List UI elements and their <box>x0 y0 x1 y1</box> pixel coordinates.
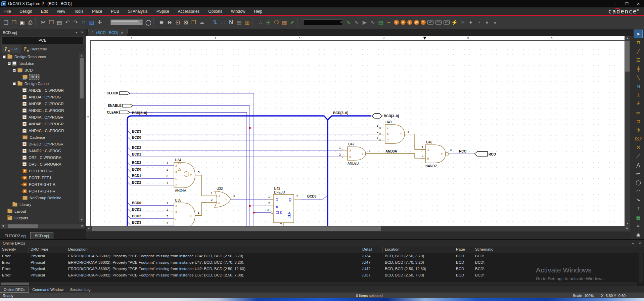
toolbar-icon[interactable]: ⊕ <box>157 18 166 27</box>
tree-item[interactable]: OR3 : C:\PROGRA <box>1 161 79 168</box>
panel-collapse-icon[interactable]: ▾ <box>76 31 78 34</box>
drc-error-row[interactable]: Error Physical ERROR(ORCAP-36002): Prope… <box>0 272 644 279</box>
tree-item[interactable]: PORTLEFT-L <box>1 174 79 181</box>
toolbar-icon[interactable]: ⌗ <box>80 18 88 27</box>
toolbar-icon[interactable]: ≣ <box>459 18 467 27</box>
drc-close-icon[interactable]: ✕ <box>639 242 641 245</box>
tree-item[interactable]: BCD <box>1 67 79 74</box>
tree-item[interactable]: BCD <box>1 74 79 80</box>
toolbar-icon[interactable]: ❒ <box>10 18 18 27</box>
toolbar-icon[interactable]: PD <box>443 18 451 27</box>
draw-tool-icon[interactable]: ⌗ <box>634 222 643 230</box>
toolbar-icon[interactable]: ∷ <box>219 18 227 27</box>
canvas-scroll-right-icon[interactable]: ► <box>626 226 629 230</box>
menu-item[interactable]: PCB <box>106 7 124 15</box>
tree-item[interactable]: PORTBOTH-L <box>1 168 79 174</box>
toolbar-icon[interactable]: ∿ <box>353 18 361 27</box>
menu-item[interactable]: Options <box>204 7 226 15</box>
tree-item[interactable]: AND3B : C:\PROGR <box>1 100 79 107</box>
draw-tool-icon[interactable]: ⊐ <box>634 117 643 125</box>
tree-item[interactable]: AND4C : C:\PROGR <box>1 127 79 134</box>
minimize-button[interactable]: – <box>610 0 621 7</box>
menu-item[interactable]: Design <box>15 7 36 15</box>
canvas-hscroll-thumb[interactable] <box>92 226 381 231</box>
panel-tab[interactable]: Hierarchy <box>21 45 50 53</box>
toolbar-icon[interactable]: VD <box>426 18 434 27</box>
draw-tool-icon[interactable]: ◉ <box>634 230 643 239</box>
menu-item[interactable]: Place <box>88 7 106 15</box>
menu-item[interactable]: Tools <box>70 7 88 15</box>
draw-tool-icon[interactable]: ▭ <box>634 169 643 178</box>
project-panel-tab[interactable]: BCD.opj ▾ ✕ <box>0 29 86 36</box>
canvas-vertical-scrollbar[interactable]: ▲ ▼ <box>625 36 630 226</box>
toolbar-icon[interactable]: ✔ <box>288 18 296 27</box>
drc-collapse-icon[interactable]: ▾ <box>632 242 634 245</box>
toolbar-icon[interactable]: ⊖ <box>166 18 174 27</box>
toolbar-icon[interactable]: ↷ <box>72 18 80 27</box>
tree-item[interactable]: Library <box>1 201 79 208</box>
restore-button[interactable]: ❐ <box>621 0 633 7</box>
tree-item[interactable]: Outputs <box>1 215 79 221</box>
project-file-tab[interactable]: TUTOR2.opj <box>1 232 30 239</box>
draw-tool-icon[interactable]: ╱ <box>634 47 643 55</box>
toolbar-icon[interactable]: ▤ <box>55 18 63 27</box>
draw-tool-icon[interactable]: ◠ <box>634 187 643 195</box>
toolbar-icon[interactable]: ⇅ <box>211 18 219 27</box>
tree-hscroll-thumb[interactable] <box>8 224 38 228</box>
toolbar-icon[interactable]: » <box>491 18 499 27</box>
tree-expander-icon[interactable] <box>8 62 11 65</box>
toolbar-icon[interactable]: ∿ <box>344 18 353 27</box>
toolbar-icon[interactable]: V <box>393 18 400 27</box>
toolbar-icon[interactable]: CD <box>434 18 443 27</box>
tree-expander-icon[interactable] <box>13 69 16 72</box>
tree-item[interactable]: NAND2 : C:\PROG <box>1 147 79 154</box>
canvas-scroll-up-icon[interactable]: ▲ <box>625 36 630 40</box>
tree-item[interactable]: OR2 : C:\PROGRA <box>1 154 79 161</box>
toolbar-icon[interactable]: ❏ <box>2 18 10 27</box>
tree-item[interactable]: DFE3D : C:\PROGR <box>1 141 79 147</box>
draw-tool-icon[interactable]: ⌦ <box>634 134 643 143</box>
schematic-tab-close-icon[interactable]: ✕ <box>121 31 124 35</box>
draw-tool-icon[interactable]: N <box>634 82 643 90</box>
toolbar-icon[interactable]: ∴ <box>256 18 264 27</box>
toolbar-icon[interactable]: T <box>420 18 426 27</box>
panel-tab[interactable]: File <box>2 45 21 53</box>
scroll-down-icon[interactable]: ▼ <box>79 218 84 222</box>
tree-expander-icon[interactable] <box>3 55 6 58</box>
panel-close-icon[interactable]: ✕ <box>81 31 84 34</box>
tree-vertical-scrollbar[interactable]: ▲ ▼ <box>79 53 84 222</box>
toolbar-icon[interactable]: ⊞ <box>264 18 272 27</box>
tree-item[interactable]: AND2B : C:\PROGR <box>1 87 79 94</box>
tree-item[interactable]: Design Cache <box>1 80 79 87</box>
menu-item[interactable]: View <box>52 7 70 15</box>
menu-item[interactable]: Help <box>249 7 267 15</box>
toolbar-icon[interactable] <box>252 18 255 27</box>
toolbar-icon[interactable]: ▥ <box>243 18 251 27</box>
draw-tool-icon[interactable]: ⏚ <box>634 99 643 108</box>
toolbar-icon[interactable] <box>153 18 156 27</box>
draw-tool-icon[interactable]: ▦ <box>634 213 643 221</box>
toolbar-icon[interactable]: ▣ <box>18 18 26 27</box>
tree-item[interactable]: NetGroup Definitio <box>1 195 79 201</box>
toolbar-icon[interactable]: ♦ <box>483 18 491 27</box>
schematic-page-tab[interactable]: / - (BCD : BCD) ✕ <box>88 29 128 36</box>
drc-vertical-scrollbar[interactable] <box>639 247 643 283</box>
scroll-up-icon[interactable]: ▲ <box>79 53 84 58</box>
draw-tool-icon[interactable]: ∿ <box>634 196 643 204</box>
tree-item[interactable]: PORTRIGHT-R <box>1 188 79 195</box>
menu-item[interactable]: Edit <box>37 7 52 15</box>
menu-item[interactable]: PSpice <box>152 7 174 15</box>
toolbar-icon[interactable]: ✂ <box>39 18 47 27</box>
tree-item[interactable]: AND3C : C:\PROGR <box>1 107 79 114</box>
draw-tool-icon[interactable]: ⍊ <box>634 91 643 99</box>
toolbar-icon[interactable]: ✛ <box>96 18 104 27</box>
draw-tool-icon[interactable]: ╲ <box>634 73 643 82</box>
toolbar-icon[interactable] <box>35 18 38 27</box>
drc-horizontal-scrollbar[interactable] <box>0 282 637 286</box>
menu-item[interactable]: SI Analysis <box>124 7 152 15</box>
enable-port[interactable] <box>123 104 133 107</box>
draw-tool-icon[interactable]: ☰ <box>634 56 643 64</box>
draw-tool-icon[interactable]: ⎆ <box>634 126 643 134</box>
canvas-scroll-left-icon[interactable]: ◄ <box>87 226 90 230</box>
drc-column-headers[interactable]: Severity DRC Type Description Detail Loc… <box>0 247 644 253</box>
